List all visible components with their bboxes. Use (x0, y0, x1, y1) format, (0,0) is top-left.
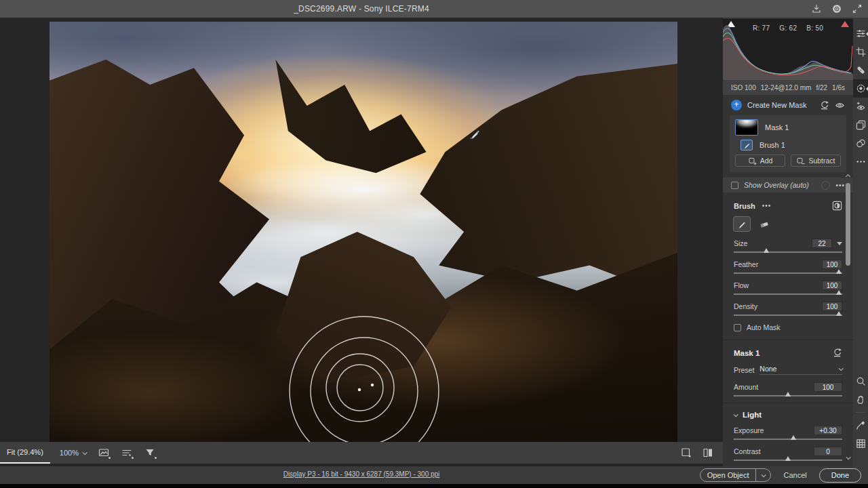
workflow-options-link[interactable]: Display P3 - 16 bit - 9430 x 6287 (59.3M… (0, 470, 723, 478)
show-overlay-checkbox[interactable] (731, 182, 738, 189)
exposure-slider-thumb[interactable] (791, 435, 796, 440)
divider (723, 340, 853, 340)
size-slider-thumb[interactable] (764, 248, 769, 253)
amount-value[interactable]: 100 (814, 382, 842, 392)
show-overlay-row: Show Overlay (auto) ••• (723, 178, 853, 192)
exposure-label: Exposure (734, 426, 814, 434)
create-mask-plus-icon[interactable]: + (731, 100, 742, 110)
scroll-up-icon[interactable] (846, 174, 850, 179)
fullscreen-icon[interactable] (852, 3, 863, 14)
mask-settings-header: Mask 1 (734, 348, 842, 358)
preview-mode-button[interactable] (98, 447, 109, 458)
amount-slider-thumb[interactable] (785, 392, 791, 396)
color-sampler-grid-button[interactable] (853, 434, 868, 453)
mask-list: Mask 1 Brush 1 Add Subtract (730, 115, 846, 172)
density-slider[interactable] (734, 312, 842, 318)
gear-icon[interactable] (831, 3, 842, 14)
filter-button[interactable] (144, 447, 155, 458)
open-object-label: Open Object (701, 471, 756, 479)
add-to-mask-button[interactable]: Add (735, 155, 785, 167)
density-slider-thumb[interactable] (836, 311, 842, 316)
feather-slider[interactable] (734, 270, 842, 276)
brush-tool-button[interactable] (734, 217, 750, 231)
create-new-mask-button[interactable]: Create New Mask (747, 101, 814, 109)
cancel-button[interactable]: Cancel (783, 471, 806, 479)
flow-slider-thumb[interactable] (836, 290, 842, 295)
panel-scrollbar[interactable] (845, 175, 851, 461)
amount-slider-row: Amount 100 (734, 382, 842, 399)
size-slider[interactable] (734, 249, 842, 255)
brush-component-name: Brush 1 (760, 141, 785, 149)
presets-button[interactable] (853, 116, 868, 134)
mask-thumbnail[interactable] (735, 119, 758, 136)
red-eye-tool-button[interactable] (853, 98, 868, 116)
scrollbar-thumb[interactable] (846, 183, 850, 266)
size-dropdown-icon[interactable] (837, 242, 842, 245)
overlay-more-menu[interactable]: ••• (835, 182, 845, 189)
auto-mask-row: Auto Mask (734, 323, 842, 331)
mask-name: Mask 1 (765, 123, 789, 131)
brush-thumbnail[interactable] (741, 140, 753, 150)
feather-slider-thumb[interactable] (836, 269, 842, 274)
zoom-tool-button[interactable] (853, 372, 868, 390)
flow-label: Flow (734, 281, 822, 289)
white-balance-eyedropper-button[interactable] (853, 416, 868, 434)
auto-mask-label[interactable]: Auto Mask (747, 323, 781, 331)
mask-item[interactable]: Mask 1 (735, 119, 841, 136)
brush-component-item[interactable]: Brush 1 (735, 140, 841, 150)
eraser-tool-button[interactable] (756, 217, 772, 231)
snapshots-button[interactable] (853, 134, 868, 152)
preset-select[interactable]: None (760, 365, 842, 375)
subtract-label: Subtract (808, 157, 835, 165)
healing-tool-button[interactable] (853, 61, 868, 79)
subtract-from-mask-button[interactable]: Subtract (791, 155, 841, 167)
exposure-slider[interactable] (734, 436, 842, 442)
save-image-icon[interactable] (811, 3, 822, 14)
amount-label: Amount (734, 383, 814, 391)
contrast-value[interactable]: 0 (814, 447, 842, 456)
feather-value[interactable]: 100 (822, 260, 842, 269)
reset-adjustments-icon[interactable] (832, 348, 842, 358)
view-toggles (681, 442, 713, 464)
hand-tool-button[interactable] (853, 390, 868, 409)
brush-more-menu[interactable]: ••• (762, 202, 772, 209)
exif-iso: ISO 100 (731, 84, 756, 92)
contrast-slider[interactable] (734, 457, 842, 463)
reset-mask-icon[interactable] (819, 100, 829, 110)
canvas-area: ☆ ☆ ☆ ☆ ☆ Fit (29.4%) 100% (0, 18, 723, 466)
light-section-header[interactable]: Light (734, 411, 842, 419)
overlay-mode-icon[interactable] (832, 201, 842, 211)
mask-visibility-eye-icon[interactable] (835, 100, 845, 110)
histogram[interactable]: R: 77G: 62B: 50 (723, 19, 853, 80)
sort-order-button[interactable] (121, 447, 132, 458)
density-value[interactable]: 100 (822, 302, 842, 311)
done-button[interactable]: Done (819, 468, 861, 483)
density-label: Density (734, 302, 822, 310)
scroll-down-icon[interactable] (846, 455, 851, 460)
toggle-default-settings-icon[interactable] (681, 447, 692, 458)
exposure-value[interactable]: +0.30 (814, 426, 842, 435)
before-after-view-icon[interactable] (703, 447, 713, 458)
histogram-curves (723, 19, 853, 80)
show-overlay-label[interactable]: Show Overlay (auto) (744, 181, 816, 189)
masking-tool-button[interactable] (853, 79, 868, 98)
flow-slider[interactable] (734, 291, 842, 297)
zoom-level-select[interactable]: 100% (60, 449, 86, 457)
more-tools-button[interactable] (853, 152, 868, 171)
fit-zoom-tab[interactable]: Fit (29.4%) (0, 442, 50, 464)
open-object-dropdown[interactable] (756, 474, 770, 477)
exposure-slider-row: Exposure +0.30 (734, 425, 842, 442)
open-object-button[interactable]: Open Object (700, 468, 772, 482)
edit-tool-button[interactable] (853, 24, 868, 43)
edit-panel: R: 77G: 62B: 50 ISO 100 12-24@12.0 mm f/… (723, 18, 853, 466)
photo-canvas[interactable]: ☆ ☆ ☆ ☆ ☆ (50, 22, 677, 442)
amount-slider[interactable] (734, 392, 842, 399)
chevron-down-icon (839, 366, 844, 371)
size-value[interactable]: 22 (812, 239, 832, 248)
overlay-color-swatch[interactable] (821, 181, 830, 190)
titlebar-icons (811, 3, 863, 14)
crop-tool-button[interactable] (853, 43, 868, 61)
flow-value[interactable]: 100 (822, 281, 842, 290)
contrast-slider-thumb[interactable] (785, 456, 791, 461)
auto-mask-checkbox[interactable] (734, 324, 741, 331)
